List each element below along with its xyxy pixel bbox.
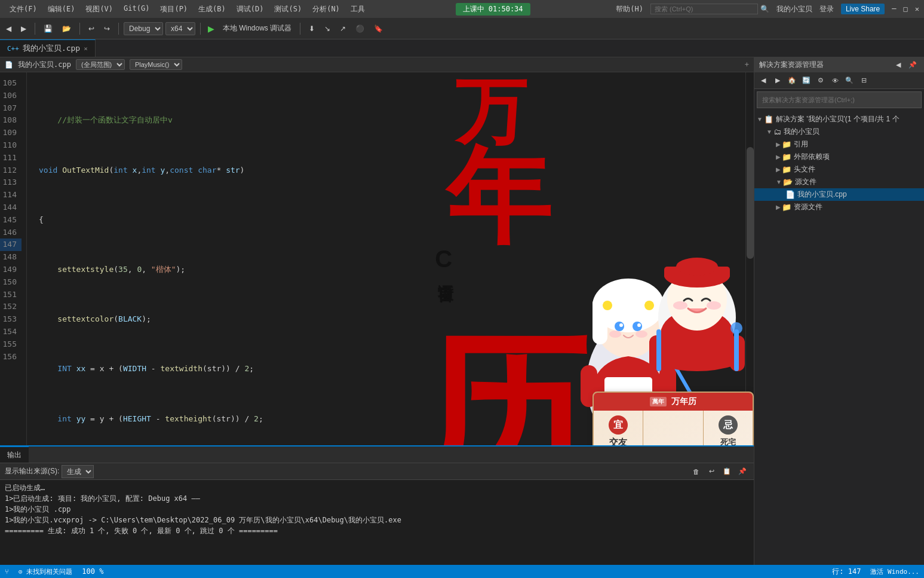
toolbar-undo[interactable]: ↩ [85,23,98,35]
ext-folder-icon: 📁 [782,152,791,161]
tree-sources-label: 源文件 [795,177,816,187]
code-line-110: INT xx = x + (WIDTH - textwidth(str)) / … [36,363,754,375]
toolbar-forward[interactable]: ▶ [17,23,30,35]
function-select[interactable]: PlayMusic() [130,59,182,70]
menu-debug[interactable]: 调试(D) [232,2,269,17]
toolbar-bookmark[interactable]: 🔖 [370,23,386,35]
output-content[interactable]: 已启动生成… 1>已启动生成: 项目: 我的小宝贝, 配置: Debug x64… [0,480,754,565]
output-toolbar: 显示输出来源(S): 生成 🗑 ↩ 📋 📌 [0,463,754,480]
status-bar: ⑂ ⊙ 未找到相关问题 100 % 行: 147 激活 Windo... [0,565,924,578]
tab-close-button[interactable]: × [84,45,88,53]
output-tab[interactable]: 输出 [0,447,29,463]
tree-item-resources[interactable]: ▶ 📁 资源文件 [754,201,924,213]
code-content[interactable]: 105 106 107 108 109 110 111 112 113 114 … [0,72,754,445]
toolbar-step-in[interactable]: ↘ [321,23,334,35]
activate-windows[interactable]: 激活 Windo... [870,567,919,576]
sol-forward[interactable]: ▶ [771,74,784,87]
show-source-label: 显示输出来源(S): [5,466,59,476]
menu-file[interactable]: 文件(F) [5,2,42,17]
tree-arrow-solution: ▼ [757,116,763,123]
toolbar-redo[interactable]: ↪ [100,23,113,35]
tree-item-extern-deps[interactable]: ▶ 📁 外部依赖项 [754,151,924,163]
tree-item-sources[interactable]: ▼ 📂 源文件 [754,176,924,188]
run-label-btn[interactable]: 本地 Windows 调试器 [219,22,295,35]
sol-filter[interactable]: 🔍 [843,74,856,87]
bottom-area: 输出 显示输出来源(S): 生成 🗑 ↩ 📋 📌 已启动生成… [0,445,754,565]
menu-analyze[interactable]: 分析(N) [308,2,345,17]
menu-view[interactable]: 视图(V) [81,2,118,17]
run-button[interactable]: ▶ [205,22,217,35]
code-line-105: //封装一个函数让文字自动居中v [36,114,754,127]
debug-mode-select[interactable]: Debug [124,22,163,35]
vertical-scrollbar[interactable] [745,72,754,445]
output-line-1: 已启动生成… [5,482,749,493]
sol-home[interactable]: 🏠 [785,74,799,87]
menu-test[interactable]: 测试(S) [269,2,306,17]
sol-collapse[interactable]: ◀ [892,59,905,72]
tree-item-main-cpp[interactable]: 📄 我的小宝贝.cpp [754,188,924,201]
tree-arrow-project: ▼ [766,129,772,135]
menu-git[interactable]: Git(G) [119,2,154,17]
status-line-info: 行: 147 [832,567,861,577]
output-dock[interactable]: 📌 [736,465,749,478]
header-folder-icon: 📁 [782,165,791,174]
toolbar-back[interactable]: ◀ [2,23,15,35]
menu-project[interactable]: 项目(P) [155,2,192,17]
tree-arrow-resources: ▶ [776,204,781,210]
login-label[interactable]: 登录 [819,4,834,14]
tree-solution-root[interactable]: ▼ 📋 解决方案 '我的小宝贝'(1 个项目/共 1 个 [754,113,924,126]
editor-area: 📄 我的小宝贝.cpp (全局范围) PlayMusic() + 105 106… [0,57,754,565]
tree-ref-label: 引用 [794,139,808,149]
error-text: 未找到相关问题 [26,568,72,576]
menu-tools[interactable]: 工具 [346,2,370,17]
timer-label: 上课中 01:50:34 [463,4,523,14]
menu-edit[interactable]: 编辑(E) [43,2,80,17]
menu-build[interactable]: 生成(B) [194,2,231,17]
toolbar-step-out[interactable]: ↗ [336,23,349,35]
output-clear[interactable]: 🗑 [689,465,702,478]
toolbar-breakpoint[interactable]: ⚫ [352,23,368,35]
breadcrumb-expand[interactable]: + [745,60,749,69]
solution-search-input[interactable] [757,91,922,108]
sol-back[interactable]: ◀ [757,74,770,87]
code-lines[interactable]: //封装一个函数让文字自动居中v void OutTextMid(int x,i… [27,72,754,445]
scope-select[interactable]: (全局范围) [76,59,125,70]
tree-item-references[interactable]: ▶ 📁 引用 [754,138,924,151]
toolbar-open[interactable]: 📂 [59,23,75,35]
tree-cpp-label: 我的小宝贝.cpp [797,189,847,200]
help-menu[interactable]: 帮助(H) [616,4,643,14]
output-line-2: 1>已启动生成: 项目: 我的小宝贝, 配置: Debug x64 —— [5,493,749,504]
platform-select[interactable]: x64 [165,22,195,35]
active-tab[interactable]: C++ 我的小宝贝.cpp × [0,39,96,57]
git-branch-icon: ⑂ [5,568,9,576]
cpp-file-icon: 📄 [785,190,795,199]
file-indicator: 📄 [5,61,13,69]
output-line-4: 1>我的小宝贝.vcxproj -> C:\Users\tem\Desktop\… [5,515,749,525]
tree-headers-label: 头文件 [794,164,815,175]
search-input[interactable] [650,4,758,14]
status-zoom[interactable]: 100 % [82,567,103,576]
output-word-wrap[interactable]: ↩ [705,465,718,478]
output-copy[interactable]: 📋 [720,465,733,478]
solution-explorer-header: 解决方案资源管理器 ◀ 📌 [754,57,924,72]
window-close-icon[interactable]: ✕ [915,5,919,13]
window-max-icon[interactable]: □ [904,5,908,13]
sol-sync[interactable]: 🔄 [800,74,813,87]
tree-project[interactable]: ▼ 🗂 我的小宝贝 [754,126,924,138]
scroll-thumb[interactable] [747,147,754,259]
tree-solution-label: 解决方案 '我的小宝贝'(1 个项目/共 1 个 [776,114,900,124]
right-section: 帮助(H) 🔍 我的小宝贝 登录 Live Share ─ □ ✕ [616,4,919,14]
toolbar-step-over[interactable]: ⬇ [305,23,318,35]
output-source-select[interactable]: 生成 [62,465,94,478]
toolbar-save[interactable]: 💾 [40,23,56,35]
sol-collapse-all[interactable]: ⊟ [857,74,870,87]
separator-2 [79,23,80,35]
code-line-109: settextcolor(BLACK); [36,313,754,326]
sol-settings[interactable]: ⚙ [814,74,827,87]
tab-file-icon: C++ [7,45,19,53]
tree-item-headers[interactable]: ▶ 📁 头文件 [754,163,924,176]
sol-show-all[interactable]: 👁 [828,74,842,87]
live-share-button[interactable]: Live Share [841,4,885,14]
sol-pin[interactable]: 📌 [906,59,919,72]
window-min-icon[interactable]: ─ [892,5,896,13]
